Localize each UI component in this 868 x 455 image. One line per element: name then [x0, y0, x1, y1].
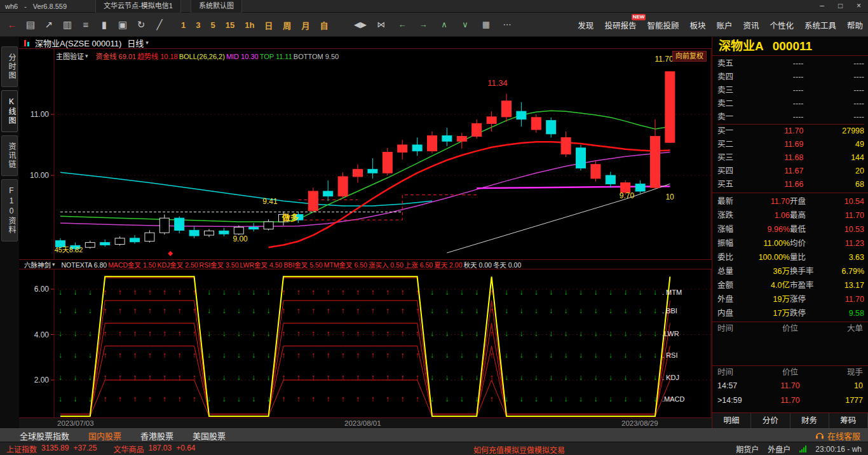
close-button[interactable]: ×: [850, 0, 868, 13]
stat-value: 11.23: [825, 236, 864, 250]
compress-icon[interactable]: ⋈: [374, 17, 388, 32]
index-quote[interactable]: 文华商品187.03+0.64: [113, 444, 195, 454]
bid-row-5[interactable]: 买五11.6668: [717, 178, 864, 191]
svg-text:↓: ↓: [653, 395, 657, 404]
sidebar-tab-intraday[interactable]: 分时图: [1, 46, 18, 87]
menu-news[interactable]: 资讯: [743, 19, 759, 31]
svg-text:↓: ↓: [579, 395, 583, 404]
stat-value: 10.54: [825, 194, 864, 208]
maximize-button[interactable]: □: [831, 0, 850, 13]
tab-finance[interactable]: 财务: [790, 413, 829, 428]
period-button-3[interactable]: 3: [194, 20, 201, 30]
bid-row-2[interactable]: 买二11.6949: [717, 138, 864, 151]
period-button-1h[interactable]: 1h: [243, 20, 255, 30]
pan-left-icon[interactable]: ←: [395, 17, 409, 32]
market-tab-us-stock[interactable]: 美国股票: [183, 430, 235, 442]
connection-tab[interactable]: 文华云节点-模拟电信1: [95, 0, 181, 13]
period-button-周[interactable]: 周: [281, 19, 292, 31]
sub-indicator-name[interactable]: 六脉神剑 ▾: [24, 260, 55, 269]
account-tab-global-account[interactable]: 外盘户: [768, 444, 790, 454]
svg-text:↓: ↓: [445, 395, 449, 404]
ask-row-1[interactable]: 卖一--------: [717, 111, 864, 125]
market-tab-domestic-stock[interactable]: 国内股票: [79, 430, 131, 442]
zoom-candles-icon[interactable]: ◀▶: [353, 17, 367, 32]
menu-system-tools[interactable]: 系统工具: [804, 19, 836, 31]
tab-price-group[interactable]: 分价: [751, 413, 790, 428]
stat-value: 9.58: [825, 306, 864, 320]
layout-tab[interactable]: 系统默认图: [191, 0, 242, 13]
svg-text:↓: ↓: [222, 288, 226, 297]
bid-row-3[interactable]: 买三11.68144: [717, 151, 864, 165]
kline-icon[interactable]: ▮: [97, 17, 111, 32]
pan-right-icon[interactable]: →: [416, 17, 430, 32]
svg-text:↓: ↓: [593, 306, 597, 315]
menu-sectors[interactable]: 板块: [689, 19, 705, 31]
save-icon[interactable]: ▣: [116, 17, 130, 32]
ask-row-2[interactable]: 卖二--------: [717, 97, 864, 111]
ask-row-5[interactable]: 卖五--------: [717, 57, 864, 71]
tab-chips[interactable]: 筹码: [829, 413, 868, 428]
notice-marquee[interactable]: 如何充值模拟豆做模拟交易: [473, 444, 565, 455]
menu-smart-advisor[interactable]: 智能投顾: [647, 19, 679, 31]
adjust-mode-tag[interactable]: 向前复权: [672, 51, 707, 62]
menu-help[interactable]: 帮助: [847, 19, 863, 31]
bid-row-4[interactable]: 买四11.6720: [717, 165, 864, 178]
multi-window-icon[interactable]: ▦: [479, 17, 493, 32]
svg-text:↑: ↑: [103, 351, 107, 360]
stat-label: 均价: [790, 236, 825, 250]
ask-row-4[interactable]: 卖四--------: [717, 71, 864, 84]
menu-discover[interactable]: 发现: [578, 19, 593, 31]
indicator-value: 涨买入 0.50: [369, 261, 403, 269]
trend-icon[interactable]: ↗: [42, 17, 56, 32]
svg-text:↓: ↓: [207, 288, 211, 297]
sidebar-tab-f10[interactable]: F10资料: [1, 179, 18, 241]
back-icon[interactable]: ←: [5, 17, 19, 32]
online-service-button[interactable]: 在线客服: [815, 429, 860, 442]
ask-row-3[interactable]: 卖三--------: [717, 84, 864, 97]
main-indicator-name[interactable]: 主图验证 ▾: [56, 51, 88, 61]
svg-text:↑: ↑: [370, 288, 374, 297]
sub-chart[interactable]: 6.004.002.00↓↓↓↓↓↓↓↓↓↓↓↓↓↓↓↓↓↓↑↑↑↑↑↑↑↑↑↑…: [19, 269, 712, 418]
menu-account[interactable]: 账户: [716, 19, 732, 31]
expand-down-icon[interactable]: ∨: [458, 17, 472, 32]
minimize-button[interactable]: –: [813, 0, 831, 13]
tick-row[interactable]: 14:5711.7010: [712, 379, 868, 393]
collapse-up-icon[interactable]: ∧: [437, 17, 451, 32]
period-button-5[interactable]: 5: [209, 20, 216, 30]
signal-strength-icon: [799, 445, 806, 452]
main-chart-area[interactable]: 11.0010.0011.3411.709.419.009.701045天8.8…: [19, 48, 712, 259]
tick-row[interactable]: >14:5911.701777: [712, 393, 868, 408]
draw-icon[interactable]: ╱: [153, 17, 166, 32]
index-quote[interactable]: 上证指数3135.89+37.25: [6, 444, 97, 454]
menu-research-report[interactable]: 投研报告NEW: [604, 19, 636, 31]
account-tab-futures-account[interactable]: 期货户: [736, 444, 759, 454]
intraday-icon[interactable]: ▥: [60, 17, 74, 32]
main-chart[interactable]: 11.0010.0011.3411.709.419.009.701045天8.8…: [19, 49, 712, 259]
sidebar-tab-kline[interactable]: K线图: [1, 90, 18, 132]
menu-personalize[interactable]: 个性化: [770, 19, 794, 31]
period-button-1[interactable]: 1: [180, 20, 187, 30]
tab-detail[interactable]: 明细: [712, 413, 751, 428]
big-order-col-time: 时间: [717, 322, 758, 335]
svg-text:↑: ↑: [370, 373, 374, 382]
tick-icon[interactable]: ≡: [79, 17, 93, 32]
ask-price: ----: [743, 97, 804, 111]
svg-text:↑: ↑: [133, 306, 137, 315]
period-button-月[interactable]: 月: [300, 19, 311, 31]
period-button-日[interactable]: 日: [263, 19, 274, 31]
market-tab-hk-stock[interactable]: 香港股票: [131, 430, 183, 442]
svg-text:↓: ↓: [564, 395, 568, 404]
period-selector[interactable]: 日线 ▾: [127, 37, 149, 49]
indicator-value: 冬天 0.00: [493, 261, 521, 269]
period-button-15[interactable]: 15: [224, 20, 236, 30]
sub-chart-area[interactable]: 6.004.002.00↓↓↓↓↓↓↓↓↓↓↓↓↓↓↓↓↓↓↑↑↑↑↑↑↑↑↑↑…: [19, 269, 712, 418]
period-button-自[interactable]: 自: [318, 19, 329, 31]
quote-list-icon[interactable]: ▤: [24, 17, 37, 32]
bid-row-1[interactable]: 买一11.7027998: [717, 125, 864, 138]
sidebar-tab-news-chain[interactable]: 资讯链: [1, 135, 18, 176]
more-icon[interactable]: ⋯: [500, 17, 514, 32]
svg-text:↓: ↓: [609, 288, 613, 297]
svg-text:↑: ↑: [147, 306, 151, 315]
refresh-icon[interactable]: ↻: [134, 17, 148, 32]
market-tab-global-index[interactable]: 全球股票指数: [10, 430, 79, 442]
